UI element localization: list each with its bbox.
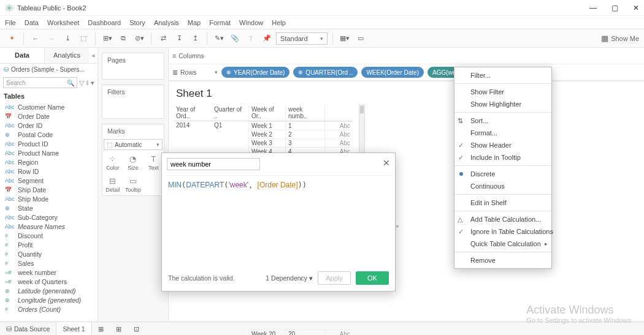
highlight-button[interactable]: ✎▾ [212, 32, 226, 45]
swap-button[interactable]: ⇄ [156, 32, 170, 45]
mark-detail[interactable]: ⊟Detail [102, 173, 123, 195]
field-item[interactable]: AbcCustomer Name [0, 102, 98, 111]
new-sheet-button[interactable]: ⊞▾ [101, 32, 114, 45]
ok-button[interactable]: OK [356, 271, 389, 285]
totals-button[interactable]: T [244, 32, 258, 45]
field-item[interactable]: ⊕Latitude (generated) [0, 286, 98, 295]
view-icon[interactable]: ⦀ [86, 79, 89, 87]
menu-analysis[interactable]: Analysis [154, 19, 179, 26]
pill-year[interactable]: ⊕YEAR(Order Date) [221, 67, 289, 78]
menu-file[interactable]: File [5, 19, 16, 26]
field-item[interactable]: 📅Ship Date [0, 185, 98, 194]
ctx-item[interactable]: ✓Ignore in Table Calculations [454, 225, 551, 238]
minimize-button[interactable]: — [589, 4, 597, 12]
field-item[interactable]: #Quantity [0, 249, 98, 258]
field-item[interactable]: 📅Order Date [0, 111, 98, 121]
maximize-button[interactable]: ▢ [611, 4, 618, 12]
ctx-item[interactable]: ⇅Sort... [454, 115, 551, 127]
duplicate-button[interactable]: ⧉ [117, 32, 130, 45]
menu-story[interactable]: Story [129, 19, 145, 26]
calc-formula[interactable]: MIN(DATEPART('week', [Order Date])) [162, 176, 395, 268]
field-item[interactable]: ⊕State [0, 203, 98, 213]
menu-window[interactable]: Window [239, 19, 263, 26]
field-item[interactable]: AbcOrder ID [0, 121, 98, 130]
ctx-item[interactable]: Continuous [454, 180, 551, 192]
field-item[interactable]: #Orders (Count) [0, 304, 98, 314]
field-item[interactable]: AbcProduct Name [0, 148, 98, 157]
scrollbar[interactable] [359, 105, 365, 159]
field-item[interactable]: #Discount [0, 231, 98, 240]
show-me-button[interactable]: ▦Show Me [601, 34, 639, 43]
pill-week[interactable]: WEEK(Order Date) [361, 67, 424, 78]
col-header[interactable]: Week of Or.. [248, 105, 285, 121]
field-item[interactable]: AbcRow ID [0, 167, 98, 176]
expand-handle-icon[interactable]: ▸ [396, 222, 399, 229]
cards-button[interactable]: ▦▾ [338, 32, 351, 45]
columns-shelf[interactable]: ≡Columns [169, 48, 644, 64]
menu-format[interactable]: Format [209, 19, 231, 26]
calc-dependency[interactable]: 1 Dependency ▾ [266, 274, 313, 282]
mark-type-select[interactable]: ⬚Automatic▾ [104, 139, 163, 150]
presentation-button[interactable]: ▭ [354, 32, 367, 45]
new-dashboard-button[interactable]: ⊞ [110, 322, 128, 335]
calc-name-input[interactable] [167, 158, 260, 170]
ctx-item[interactable]: ✓Include in Tooltip [454, 151, 551, 164]
new-story-button[interactable]: ⊡ [128, 322, 145, 335]
tab-data[interactable]: Data [0, 48, 44, 64]
ctx-item[interactable]: ✓Show Header [454, 139, 551, 151]
field-item[interactable]: AbcMeasure Names [0, 222, 98, 231]
new-data-button[interactable]: ⬚ [77, 32, 90, 45]
fit-select[interactable]: Standard▾ [276, 32, 328, 45]
datasource-name[interactable]: ⛁ Orders (Sample - Supers... [0, 64, 98, 75]
pages-shelf[interactable]: Pages [102, 53, 164, 67]
ctx-item[interactable]: Remove [454, 254, 551, 266]
col-header[interactable]: Quarter of .. [212, 105, 248, 121]
filter-icon[interactable]: ▽ [79, 79, 84, 87]
field-item[interactable]: ⊕Longitude (generated) [0, 295, 98, 304]
group-button[interactable]: 📎 [228, 32, 242, 45]
ctx-item[interactable]: Show Filter [454, 86, 551, 98]
back-button[interactable]: ← [29, 32, 42, 45]
menu-dashboard[interactable]: Dashboard [88, 19, 121, 26]
tableau-icon[interactable]: ✦ [5, 32, 18, 45]
tab-analytics[interactable]: Analytics [44, 48, 89, 64]
sort-asc-button[interactable]: ↧ [172, 32, 186, 45]
ctx-item[interactable]: Show Highlighter [454, 98, 551, 110]
field-item[interactable]: AbcProduct ID [0, 139, 98, 148]
forward-button[interactable]: → [45, 32, 58, 45]
field-item[interactable]: AbcRegion [0, 157, 98, 167]
apply-button[interactable]: Apply [318, 271, 351, 285]
mark-tooltip[interactable]: ▭Tooltip [123, 173, 143, 195]
mark-size[interactable]: ◔Size [123, 151, 143, 173]
field-item[interactable]: AbcSub-Category [0, 213, 98, 222]
search-input[interactable]: Search🔍 [3, 77, 77, 88]
ctx-item[interactable]: Discrete [454, 168, 551, 180]
col-header[interactable]: Year of Ord.. [174, 105, 212, 121]
tab-sheet1[interactable]: Sheet 1 [56, 322, 91, 335]
sort-desc-button[interactable]: ↥ [188, 32, 202, 45]
close-icon[interactable]: ✕ [383, 158, 390, 168]
mark-text[interactable]: TText [144, 151, 164, 173]
pill-quarter[interactable]: ⊕QUARTER(Ord .. [293, 67, 358, 78]
sheet-title[interactable]: Sheet 1 [169, 81, 644, 105]
dropdown-icon[interactable]: ▾ [91, 79, 94, 87]
save-button[interactable]: ⤓ [61, 32, 74, 45]
close-button[interactable]: ✕ [633, 4, 639, 12]
clear-button[interactable]: ⊘▾ [132, 32, 146, 45]
collapse-icon[interactable]: ◂ [89, 48, 98, 64]
field-item[interactable]: =#week of Quarters [0, 277, 98, 286]
field-item[interactable]: ⊕Postal Code [0, 130, 98, 139]
menu-map[interactable]: Map [188, 19, 201, 26]
new-sheet-button[interactable]: ⊞ [92, 322, 110, 335]
field-item[interactable]: =#week number [0, 268, 98, 277]
col-header[interactable]: week numb.. [285, 105, 324, 121]
menu-worksheet[interactable]: Worksheet [47, 19, 79, 26]
rows-shelf[interactable]: ≣Rows▾ ⊕YEAR(Order Date) ⊕QUARTER(Ord ..… [169, 64, 644, 81]
field-item[interactable]: #Profit [0, 240, 98, 249]
field-item[interactable]: AbcShip Mode [0, 194, 98, 203]
tab-data-source[interactable]: ⛁Data Source [0, 322, 56, 335]
menu-help[interactable]: Help [272, 19, 286, 26]
filters-shelf[interactable]: Filters [102, 85, 164, 99]
field-item[interactable]: AbcSegment [0, 176, 98, 185]
ctx-item[interactable]: △Add Table Calculation... [454, 213, 551, 225]
